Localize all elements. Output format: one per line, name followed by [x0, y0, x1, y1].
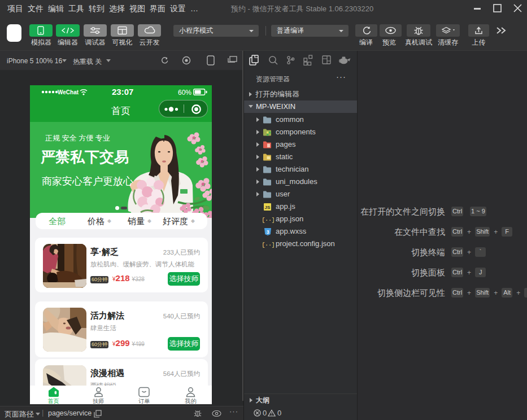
- svg-text:3: 3: [267, 229, 269, 235]
- svg-text:严禁私下交易: 严禁私下交易: [40, 148, 129, 165]
- svg-text:{··}: {··}: [263, 242, 274, 248]
- svg-text:商家安心客户更放心: 商家安心客户更放心: [42, 176, 133, 187]
- svg-text:JS: JS: [265, 205, 271, 210]
- svg-text:{··}: {··}: [263, 217, 274, 224]
- svg-text:正规 安全 方便 专业: 正规 安全 方便 专业: [45, 134, 110, 142]
